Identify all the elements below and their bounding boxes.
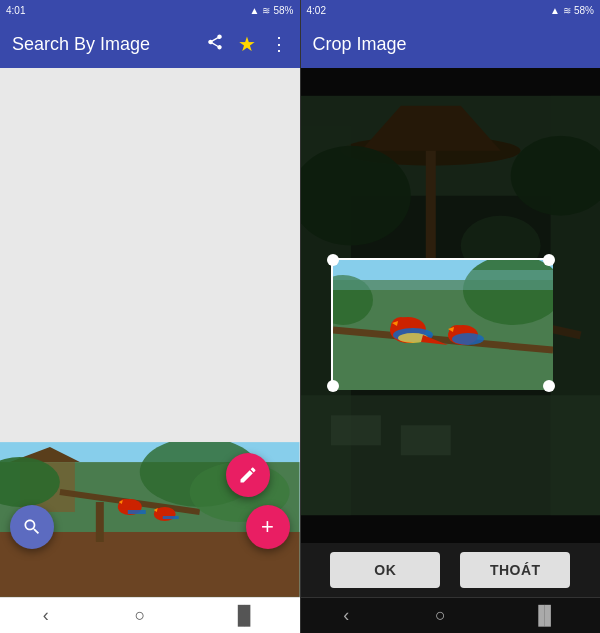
- left-signal-icon: ▲: [250, 5, 260, 16]
- right-app-bar: Crop Image: [301, 20, 601, 68]
- more-options-icon[interactable]: ⋮: [270, 33, 288, 55]
- right-recents-button[interactable]: ▐▌: [532, 605, 558, 626]
- left-battery-icon: 58%: [273, 5, 293, 16]
- right-wifi-icon: ≋: [563, 5, 571, 16]
- left-time: 4:01: [6, 5, 25, 16]
- svg-rect-26: [330, 415, 380, 445]
- fab-pencil-button[interactable]: [226, 453, 270, 497]
- svg-point-8: [119, 499, 131, 509]
- crop-thoat-button[interactable]: THOÁT: [460, 552, 570, 588]
- left-wifi-icon: ≋: [262, 5, 270, 16]
- crop-handle-tl[interactable]: [327, 254, 339, 266]
- right-status-bar: 4:02 ▲ ≋ 58%: [301, 0, 601, 20]
- svg-rect-14: [163, 516, 179, 519]
- left-content-area: +: [0, 68, 300, 597]
- recents-button[interactable]: ▐▌: [231, 605, 257, 626]
- right-nav-bar: ‹ ○ ▐▌: [301, 597, 601, 633]
- fab-add-button[interactable]: +: [246, 505, 290, 549]
- left-status-bar: 4:01 ▲ ≋ 58%: [0, 0, 300, 20]
- share-icon[interactable]: [206, 33, 224, 56]
- svg-point-45: [452, 333, 484, 345]
- svg-rect-48: [333, 270, 553, 290]
- right-content-area: [301, 68, 601, 543]
- svg-rect-10: [128, 510, 146, 514]
- right-back-button[interactable]: ‹: [343, 605, 349, 626]
- right-time: 4:02: [307, 5, 326, 16]
- left-nav-bar: ‹ ○ ▐▌: [0, 597, 300, 633]
- fab-add-label: +: [261, 514, 274, 540]
- crop-rectangle[interactable]: [331, 258, 551, 388]
- left-status-time: 4:01: [6, 5, 25, 16]
- crop-ok-button[interactable]: OK: [330, 552, 440, 588]
- crop-handle-tr[interactable]: [543, 254, 555, 266]
- back-button[interactable]: ‹: [43, 605, 49, 626]
- star-icon[interactable]: ★: [238, 32, 256, 56]
- crop-handle-br[interactable]: [543, 380, 555, 392]
- crop-handle-bl[interactable]: [327, 380, 339, 392]
- left-app-actions: ★ ⋮: [206, 32, 288, 56]
- right-battery-icon: 58%: [574, 5, 594, 16]
- right-home-button[interactable]: ○: [435, 605, 446, 626]
- svg-rect-27: [400, 425, 450, 455]
- crop-bottom-bar: OK THOÁT: [301, 543, 601, 597]
- home-button[interactable]: ○: [135, 605, 146, 626]
- right-signal-icon: ▲: [550, 5, 560, 16]
- right-screen: 4:02 ▲ ≋ 58% Crop Image: [301, 0, 601, 633]
- left-status-icons: ▲ ≋ 58%: [250, 5, 294, 16]
- right-status-icons: ▲ ≋ 58%: [550, 5, 594, 16]
- right-app-title: Crop Image: [313, 34, 589, 55]
- right-status-time: 4:02: [307, 5, 326, 16]
- left-app-title: Search By Image: [12, 34, 206, 55]
- left-app-bar: Search By Image ★ ⋮: [0, 20, 300, 68]
- fab-search-button[interactable]: [10, 505, 54, 549]
- left-screen: 4:01 ▲ ≋ 58% Search By Image ★ ⋮: [0, 0, 301, 633]
